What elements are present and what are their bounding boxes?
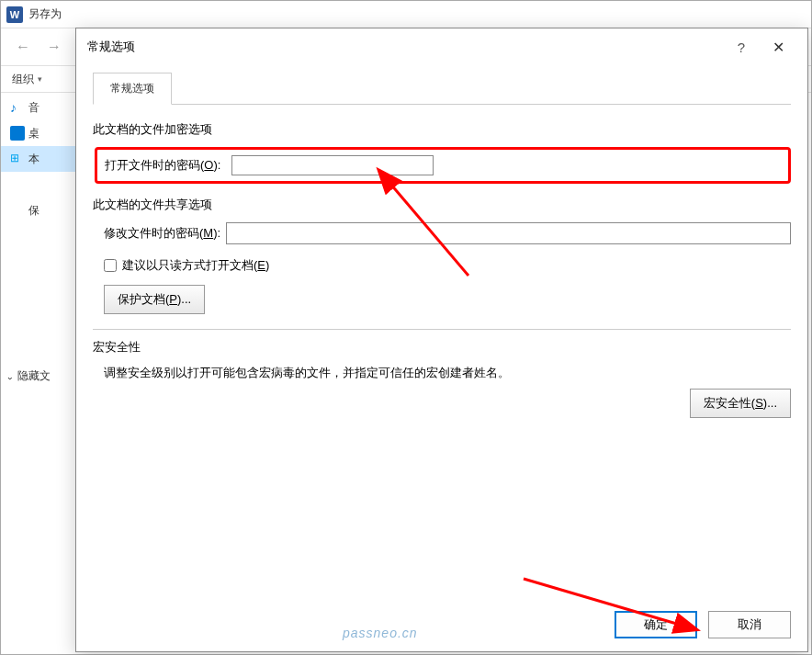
modify-password-label: 修改文件时的密码(M): bbox=[104, 225, 220, 242]
open-password-label: 打开文件时的密码(O): bbox=[105, 157, 220, 174]
protect-document-button[interactable]: 保护文档(P)... bbox=[104, 285, 205, 314]
modify-password-row: 修改文件时的密码(M): bbox=[93, 222, 791, 244]
desktop-icon bbox=[10, 126, 25, 141]
sidebar-item-music[interactable]: 音 bbox=[1, 95, 79, 120]
bg-title: 另存为 bbox=[28, 6, 62, 22]
word-icon: W bbox=[6, 6, 23, 23]
readonly-checkbox[interactable] bbox=[104, 259, 117, 272]
back-arrow-icon[interactable]: ← bbox=[12, 36, 34, 58]
macro-description: 调整安全级别以打开可能包含宏病毒的文件，并指定可信任的宏创建者姓名。 bbox=[93, 365, 791, 381]
sidebar-item-pc[interactable]: 本 bbox=[1, 146, 79, 172]
sidebar-item-desktop[interactable]: 桌 bbox=[1, 120, 79, 146]
macro-button-row: 宏安全性(S)... bbox=[93, 389, 791, 418]
open-password-input[interactable] bbox=[231, 155, 434, 175]
divider bbox=[93, 329, 791, 330]
section-macro-label: 宏安全性 bbox=[93, 339, 791, 356]
readonly-row: 建议以只读方式打开文档(E) bbox=[104, 257, 791, 274]
watermark: passneo.cn bbox=[343, 626, 418, 640]
tab-general[interactable]: 常规选项 bbox=[93, 73, 172, 105]
general-options-dialog: 常规选项 ? ✕ 常规选项 此文档的文件加密选项 打开文件时的密码(O): 此文… bbox=[75, 28, 808, 652]
open-password-highlight: 打开文件时的密码(O): bbox=[95, 147, 791, 184]
close-button[interactable]: ✕ bbox=[760, 39, 796, 56]
music-icon bbox=[10, 100, 25, 115]
bg-sidebar: 音 桌 本 保 bbox=[1, 95, 79, 223]
dialog-body: 常规选项 此文档的文件加密选项 打开文件时的密码(O): 此文档的文件共享选项 … bbox=[76, 65, 807, 425]
section-encrypt-label: 此文档的文件加密选项 bbox=[93, 121, 791, 138]
help-button[interactable]: ? bbox=[723, 40, 760, 55]
protect-row: 保护文档(P)... bbox=[93, 285, 791, 314]
hide-folders[interactable]: 隐藏文 bbox=[6, 368, 51, 384]
dialog-title: 常规选项 bbox=[87, 39, 723, 55]
ok-button[interactable]: 确定 bbox=[615, 611, 697, 638]
cancel-button[interactable]: 取消 bbox=[708, 611, 791, 638]
forward-arrow-icon: → bbox=[43, 36, 65, 58]
modify-password-input[interactable] bbox=[226, 222, 791, 244]
macro-security-button[interactable]: 宏安全性(S)... bbox=[690, 389, 791, 418]
bg-titlebar: W 另存为 bbox=[1, 1, 811, 28]
organize-menu[interactable]: 组织 bbox=[12, 72, 42, 87]
readonly-label: 建议以只读方式打开文档(E) bbox=[122, 257, 269, 274]
pc-icon bbox=[10, 152, 25, 166]
dialog-titlebar: 常规选项 ? ✕ bbox=[76, 28, 807, 65]
sidebar-item-save[interactable]: 保 bbox=[1, 198, 79, 223]
tab-row: 常规选项 bbox=[93, 73, 791, 105]
section-share-label: 此文档的文件共享选项 bbox=[93, 197, 791, 213]
dialog-footer: 确定 取消 bbox=[615, 611, 791, 638]
